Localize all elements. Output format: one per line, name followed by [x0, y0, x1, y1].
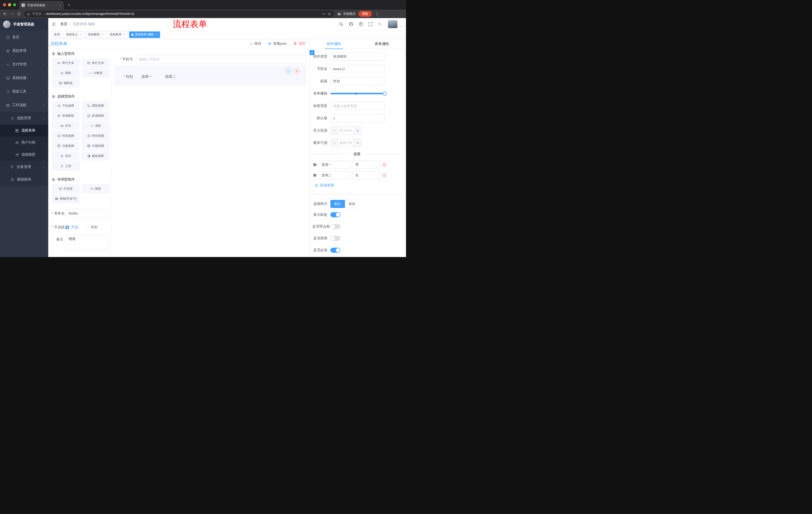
tag-close-icon[interactable]	[155, 33, 158, 36]
status-radio-off[interactable]: 关闭	[85, 225, 97, 229]
help-icon[interactable]	[358, 22, 363, 26]
tab-component-props[interactable]: 组件属性	[310, 39, 358, 49]
avatar[interactable]	[388, 20, 398, 28]
remark-textarea[interactable]: 嘿嘿	[66, 235, 109, 250]
slider-handle[interactable]	[383, 91, 387, 96]
palette-item-select[interactable]: 下拉选择	[52, 101, 80, 110]
forward-icon[interactable]	[10, 12, 14, 16]
tag-close-icon[interactable]	[79, 33, 82, 36]
tag-process-form-edit[interactable]: 流程表单-编辑	[129, 31, 160, 38]
palette-item-multi-line-text[interactable]: 多行文本	[82, 58, 110, 67]
sidebar-item-task-management[interactable]: 任务管理	[0, 161, 48, 173]
disabled-switch[interactable]	[330, 236, 341, 241]
gender-field-row-selected[interactable]: 性别 选项一 选项二	[114, 65, 307, 85]
sidebar-item-devtools[interactable]: 研发工具	[0, 85, 48, 98]
phone-input[interactable]	[136, 55, 307, 64]
form-grid-slider[interactable]	[330, 89, 385, 98]
sidebar-item-infrastructure[interactable]: 基础设施	[0, 71, 48, 85]
tag-process-form[interactable]: 流程表单	[107, 31, 128, 38]
clear-button[interactable]: 清空	[293, 42, 306, 46]
palette-item-time-range[interactable]: 时间范围	[82, 131, 110, 141]
option-1-label-input[interactable]	[319, 161, 351, 169]
title-input[interactable]	[330, 77, 385, 85]
tag-process-definition[interactable]: 流程定义	[63, 31, 84, 38]
palette-item-row-container[interactable]: 行容器	[52, 184, 80, 193]
link-badge[interactable]	[310, 50, 315, 55]
browser-menu-icon[interactable]	[375, 12, 379, 16]
palette-item-checkbox-group[interactable]: 多选框组	[82, 111, 110, 120]
stepper-placeholder[interactable]: 至少应选	[338, 127, 354, 134]
sidebar-item-process-form[interactable]: 流程表单	[0, 125, 48, 137]
font-size-icon[interactable]	[378, 22, 383, 26]
palette-item-switch[interactable]: 开关	[52, 121, 80, 131]
sidebar-item-leave-query[interactable]: 请假查询	[0, 173, 48, 186]
add-option-button[interactable]: 添加选项	[315, 183, 402, 188]
palette-item-cascader[interactable]: 级联选择	[82, 101, 110, 110]
border-switch[interactable]	[330, 224, 341, 229]
palette-item-date-range[interactable]: 日期范围	[82, 141, 110, 151]
option-2-value-input[interactable]	[352, 171, 381, 179]
palette-item-table[interactable]: 表格[开发中]	[52, 194, 80, 204]
window-minimize-button[interactable]	[8, 3, 11, 6]
gender-option-2-checkbox[interactable]: 选项二	[160, 75, 176, 79]
palette-item-slider[interactable]: 滑块	[82, 121, 110, 131]
palette-item-single-line-text[interactable]: 单行文本	[52, 58, 80, 67]
back-icon[interactable]	[3, 12, 7, 16]
sidebar-item-process-model[interactable]: 流程模型	[0, 148, 48, 161]
required-switch[interactable]	[330, 248, 341, 253]
increase-button[interactable]: +	[354, 139, 361, 146]
tag-width-input[interactable]	[330, 102, 385, 110]
hamburger-icon[interactable]	[52, 22, 56, 26]
palette-item-date-picker[interactable]: 日期选择	[52, 141, 80, 151]
new-tab-icon[interactable]	[67, 3, 70, 6]
github-icon[interactable]	[349, 22, 353, 26]
search-icon[interactable]	[339, 22, 343, 26]
stepper-placeholder[interactable]: 最多可选	[338, 139, 354, 146]
style-default-button[interactable]: 默认	[330, 200, 345, 208]
option-2-label-input[interactable]	[319, 171, 351, 179]
gender-option-1-checkbox[interactable]: 选项一	[136, 75, 152, 79]
save-button[interactable]: 保存	[249, 42, 261, 46]
palette-item-radio-group[interactable]: 单选框组	[52, 111, 80, 120]
sidebar-item-payment[interactable]: 支付管理	[0, 58, 48, 71]
tag-close-icon[interactable]	[101, 33, 104, 36]
sidebar-item-system[interactable]: 系统管理	[0, 44, 48, 58]
address-bar[interactable]: 不安全 dashboard.yudao.iocoder.cn/bpm/manag…	[24, 10, 334, 17]
sidebar-item-process-management[interactable]: 流程管理	[0, 112, 48, 125]
palette-item-rate[interactable]: 评分	[52, 152, 80, 161]
palette-item-time-picker[interactable]: 时间选择	[52, 131, 80, 141]
copy-component-button[interactable]	[285, 68, 291, 74]
window-close-button[interactable]	[3, 3, 6, 6]
tab-form-props[interactable]: 表单属性	[358, 39, 406, 49]
palette-item-counter[interactable]: 计数器	[82, 69, 110, 78]
component-type-select[interactable]: 多选框组	[330, 53, 385, 61]
window-zoom-button[interactable]	[13, 3, 16, 6]
sidebar-item-home[interactable]: 首页	[0, 30, 48, 44]
option-1-value-input[interactable]	[352, 161, 381, 169]
show-label-switch[interactable]	[330, 212, 341, 217]
remove-option-icon[interactable]	[382, 163, 386, 167]
field-name-input[interactable]	[330, 65, 385, 73]
tab-close-icon[interactable]	[59, 4, 61, 7]
palette-item-upload[interactable]: 上传	[52, 161, 80, 171]
tag-process-model[interactable]: 流程模型	[85, 31, 106, 38]
sidebar-item-workflow[interactable]: 工作流程	[0, 98, 48, 112]
view-json-button[interactable]: 查看json	[268, 42, 287, 46]
palette-item-button[interactable]: 按钮	[82, 184, 110, 193]
browser-tab[interactable]: 芋道管理系统	[19, 1, 64, 9]
form-name-input[interactable]	[66, 209, 109, 218]
drag-handle-icon[interactable]	[313, 163, 317, 167]
sidebar-logo[interactable]: 芋道管理系统	[0, 18, 48, 30]
default-value-input[interactable]	[330, 114, 385, 122]
reload-icon[interactable]	[17, 12, 21, 16]
form-canvas[interactable]: 手机号	[112, 49, 310, 257]
decrease-button[interactable]: −	[330, 139, 338, 146]
remove-option-icon[interactable]	[382, 173, 386, 177]
breadcrumb-home[interactable]: 首页	[60, 22, 67, 26]
tag-home[interactable]: 首页	[52, 31, 62, 38]
palette-item-editor[interactable]: 编辑器	[52, 78, 80, 88]
bookmark-star-icon[interactable]	[328, 12, 331, 16]
update-button[interactable]: 更新	[358, 11, 372, 17]
style-button-button[interactable]: 按钮	[345, 200, 359, 208]
tag-close-icon[interactable]	[123, 33, 126, 36]
